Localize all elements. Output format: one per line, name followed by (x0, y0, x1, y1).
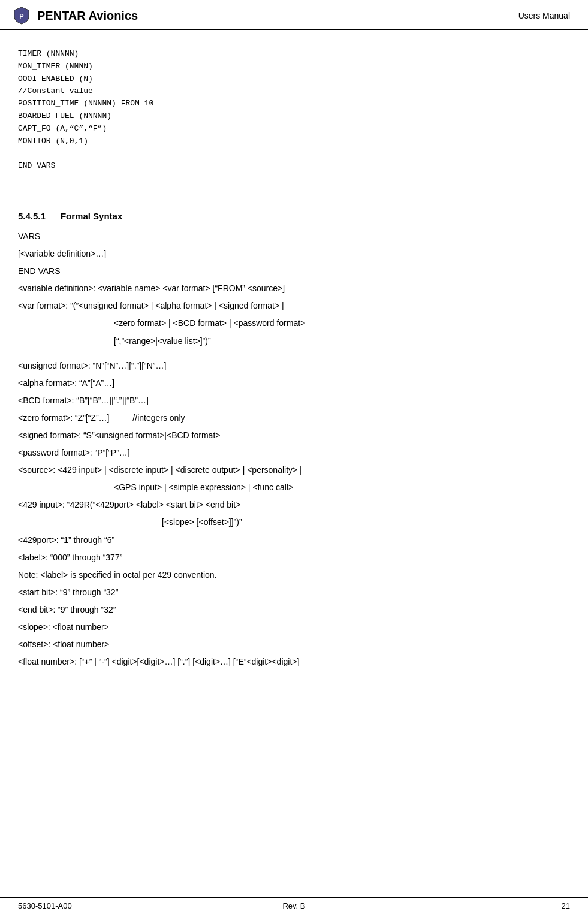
line-429-input-2: [<slope> [<offset>]]”)” (18, 515, 570, 529)
line-bcd-format: <BCD format>: “B”[“B”…][“.”][“B”…] (18, 394, 570, 408)
line-alpha-format: <alpha format>: “A”[“A”…] (18, 376, 570, 390)
line-var-format-3: [“,”<range>|<value list>]”)” (18, 334, 570, 348)
section-number: 5.4.5.1 (18, 211, 46, 221)
line-var-format-2: <zero format> | <BCD format> | <password… (18, 316, 570, 330)
line-end-vars: END VARS (18, 264, 570, 278)
code-block: TIMER (NNNNN) MON_TIMER (NNNN) OOOI_ENAB… (18, 48, 570, 173)
page-footer: 5630-5101-A00 Rev. B 21 (0, 897, 588, 914)
line-signed-format: <signed format>: “S”<unsigned format>|<B… (18, 429, 570, 442)
line-429port: <429port>: “1” through “6” (18, 533, 570, 547)
line-variable-def-bracket: [<variable definition>…] (18, 247, 570, 261)
section-title: Formal Syntax (61, 211, 122, 221)
line-source-1: <source>: <429 input> | <discrete input>… (18, 463, 570, 477)
main-content: TIMER (NNNNN) MON_TIMER (NNNN) OOOI_ENAB… (0, 30, 588, 690)
footer-page-number: 21 (562, 901, 570, 910)
manual-type: Users Manual (518, 11, 570, 20)
line-start-bit: <start bit>: “9” through “32” (18, 586, 570, 599)
line-unsigned-format: <unsigned format>: “N”[“N”…][“.”][“N”…] (18, 359, 570, 373)
line-end-bit: <end bit>: “9” through “32” (18, 603, 570, 617)
line-source-2: <GPS input> | <simple expression> | <fun… (18, 481, 570, 494)
footer-revision: Rev. B (282, 901, 305, 910)
line-zero-format: <zero format>: “Z”[“Z”…] //integers only (18, 411, 570, 425)
line-vars: VARS (18, 230, 570, 243)
line-slope: <slope>: <float number> (18, 620, 570, 634)
header-left: P PENTAR Avionics (12, 6, 138, 25)
svg-text:P: P (19, 13, 23, 20)
section-heading: 5.4.5.1 Formal Syntax (18, 211, 570, 221)
line-float-number: <float number>: [“+” | “-”] <digit>[<dig… (18, 655, 570, 669)
line-label: <label>: “000” through “377” (18, 551, 570, 565)
page-header: P PENTAR Avionics Users Manual (0, 0, 588, 30)
company-name: PENTAR Avionics (37, 9, 138, 23)
line-var-format-1: <var format>: “(”<unsigned format> | <al… (18, 299, 570, 313)
logo-icon: P (12, 6, 31, 25)
line-429-input-1: <429 input>: “429R(”<429port> <label> <s… (18, 498, 570, 512)
line-variable-definition: <variable definition>: <variable name> <… (18, 282, 570, 295)
line-password-format: <password format>: “P”[“P”…] (18, 446, 570, 460)
footer-part-number: 5630-5101-A00 (18, 901, 72, 910)
line-note-label: Note: <label> is specified in octal per … (18, 568, 570, 582)
line-offset: <offset>: <float number> (18, 638, 570, 651)
